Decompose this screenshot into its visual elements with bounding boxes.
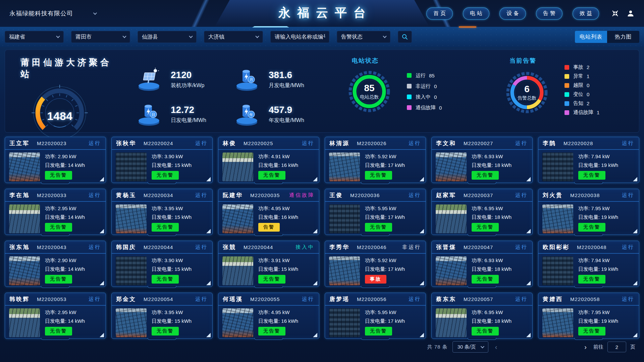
filter-bar: 福建省 莆田市 仙游县 大济镇 告警状态 电站列表 热力图 [0, 27, 644, 47]
county-select[interactable]: 仙游县 [138, 31, 197, 43]
station-card-body: 功率: 5.95 kW 日发电量: 17 kWh 无告警 [325, 202, 426, 233]
view-toggle-heatmap[interactable]: 热力图 [607, 31, 639, 43]
station-card[interactable]: 何瑶溪 M22020055 运行 功率: 4.95 kW 日发电量: 16 kW… [218, 293, 319, 339]
app-header: 永福绿能科技有限公司 永福云平台 首页 电站 设备 告警 效益 [0, 0, 644, 27]
station-daily-line: 日发电量: 16 kWh [258, 318, 298, 324]
town-select[interactable]: 大济镇 [204, 31, 263, 43]
corner-triangle-icon [100, 177, 104, 181]
legend-color-swatch [565, 92, 569, 97]
station-power-value: 4.95 kW [271, 309, 289, 315]
station-card[interactable]: 黄婧西 M22020058 运行 功率: 7.95 kW 日发电量: 19 kW… [538, 293, 639, 339]
page-number[interactable] [536, 346, 545, 348]
station-status-text: 运行 [622, 140, 635, 146]
chevron-down-icon [480, 345, 484, 348]
station-daily-line: 日发电量: 19 kWh [578, 266, 618, 273]
station-card[interactable]: 张晋煤 M22020047 运行 功率: 6.93 kW 日发电量: 18 kW… [431, 241, 533, 287]
realtime-power-gauge-block: 莆田仙游大济聚合站 1484 发电实时 kW [20, 55, 121, 129]
station-card-body: 功率: 3.90 kW 日发电量: 15 kWh 无告警 [112, 254, 212, 285]
nav-pill-label: 首页 [433, 10, 447, 16]
legend-item: 非运行 0 [407, 83, 442, 89]
station-power-value: 4.95 kW [271, 205, 289, 211]
station-status-text: 通信故障 [289, 192, 315, 198]
station-owner-name: 欧阳彬彬 [543, 243, 570, 251]
alarm-status-badge: 无告警 [578, 275, 605, 284]
alarm-status-badge: 无告警 [578, 327, 605, 336]
alarm-status-select[interactable]: 告警状态 [337, 31, 390, 43]
chevron-down-icon [56, 34, 60, 38]
legend-label: 接入中 [416, 94, 431, 100]
legend-item: 事故 2 [565, 64, 599, 70]
chevron-down-icon [255, 34, 259, 38]
station-card[interactable]: 张秋华 M22020024 运行 功率: 3.90 kW 日发电量: 15 kW… [111, 137, 213, 183]
station-card-body: 功率: 4.91 kW 日发电量: 16 kWh 无告警 [218, 150, 319, 181]
alarm-status-badge: 无告警 [472, 275, 499, 284]
goto-page-input[interactable] [607, 342, 626, 352]
station-power-value: 7.94 kW [591, 257, 609, 263]
station-card[interactable]: 李在旭 M22020033 运行 功率: 2.95 kW 日发电量: 14 kW… [5, 189, 106, 235]
station-power-value: 2.95 kW [58, 309, 76, 315]
stat-year-energy: 年 457.9 年发电量/MWh [232, 97, 330, 132]
legend-value: 0 [587, 82, 589, 88]
station-card[interactable]: 李秀华 M22020046 非运行 功率: 5.92 kW 日发电量: 17 k… [325, 241, 426, 287]
page-number[interactable] [557, 346, 567, 348]
page-size-select[interactable]: 30 条/页 [452, 341, 488, 353]
station-owner-name: 唐梦瑶 [329, 295, 350, 303]
collapse-fullscreen-icon[interactable] [611, 9, 619, 17]
page-number[interactable] [568, 346, 578, 348]
prev-page-button[interactable]: ‹ [493, 344, 499, 350]
page-number[interactable] [547, 346, 556, 348]
province-select[interactable]: 福建省 [5, 31, 64, 43]
station-card[interactable]: 韩国庆 M22020044 运行 功率: 3.90 kW 日发电量: 15 kW… [111, 241, 213, 287]
nav-pill-label: 效益 [580, 10, 594, 16]
station-card-body: 功率: 7.94 kW 日发电量: 19 kWh 无告警 [538, 254, 639, 285]
view-toggle-list[interactable]: 电站列表 [575, 31, 607, 43]
corner-triangle-icon [206, 229, 211, 233]
station-card[interactable]: 韩映辉 M22020053 运行 功率: 2.95 kW 日发电量: 14 kW… [5, 293, 106, 339]
nav-pill[interactable]: 首页 [426, 7, 453, 20]
legend-label: 告知 [573, 100, 583, 107]
station-card[interactable]: 欧阳彬彬 M22020048 运行 功率: 7.94 kW 日发电量: 19 k… [538, 241, 639, 287]
station-status-text: 运行 [409, 140, 421, 146]
station-card[interactable]: 李鹊 M22020028 运行 功率: 7.94 kW 日发电量: 19 kWh… [538, 137, 639, 183]
legend-label: 异常 [573, 73, 583, 79]
alarm-status-badge: 无告警 [365, 327, 392, 336]
nav-pill[interactable]: 效益 [573, 7, 599, 20]
station-card[interactable]: 李文和 M22020027 运行 功率: 6.93 kW 日发电量: 18 kW… [431, 137, 533, 183]
page-number[interactable] [515, 346, 524, 348]
nav-pill[interactable]: 设备 [499, 7, 526, 20]
station-card[interactable]: 张競 M22020044 接入中 功率: 3.91 kW 日发电量: 15 kW… [218, 241, 319, 287]
station-photo [436, 256, 467, 285]
legend-value: 0 [434, 83, 437, 89]
page-number[interactable] [504, 346, 513, 348]
station-card[interactable]: 黄杨玉 M22020034 运行 功率: 3.95 kW 日发电量: 15 kW… [111, 189, 213, 235]
station-card[interactable]: 赵家军 M22020037 运行 功率: 6.95 kW 日发电量: 18 kW… [431, 189, 533, 235]
page-number[interactable] [525, 346, 535, 348]
alarm-status-badge: 无告警 [472, 171, 499, 180]
station-card[interactable]: 阮建华 M22020035 通信故障 功率: 4.95 kW 日发电量: 16 … [218, 189, 319, 235]
corner-triangle-icon [100, 281, 104, 285]
legend-color-swatch [407, 73, 412, 78]
station-card[interactable]: 王立军 M22020023 运行 功率: 2.90 kW 日发电量: 14 kW… [5, 137, 106, 183]
station-card-body: 功率: 7.94 kW 日发电量: 19 kWh 无告警 [538, 150, 639, 181]
nav-pill[interactable]: 告警 [536, 7, 562, 20]
station-card[interactable]: 林俊 M22020025 运行 功率: 4.91 kW 日发电量: 16 kWh… [218, 137, 319, 183]
station-card[interactable]: 郑金文 M22020054 运行 功率: 3.95 kW 日发电量: 15 kW… [111, 293, 213, 339]
search-button[interactable] [398, 31, 412, 43]
user-icon[interactable] [627, 9, 635, 17]
station-photo [222, 256, 253, 285]
company-select[interactable]: 永福绿能科技有限公司 [9, 9, 96, 17]
next-page-button[interactable]: › [582, 344, 589, 350]
station-card[interactable]: 刘火贵 M22020038 运行 功率: 7.95 kW 日发电量: 19 kW… [538, 189, 639, 235]
alarm-total-value: 6 [524, 84, 530, 95]
station-card[interactable]: 唐梦瑶 M22020056 运行 功率: 5.95 kW 日发电量: 17 kW… [325, 293, 426, 339]
station-code: M22020044 [244, 244, 273, 250]
station-card[interactable]: 林清源 M22020026 运行 功率: 5.92 kW 日发电量: 17 kW… [325, 137, 426, 183]
nav-pill[interactable]: 电站 [463, 7, 489, 20]
station-card[interactable]: 张东旭 M22020043 运行 功率: 2.90 kW 日发电量: 14 kW… [5, 241, 106, 287]
station-search-input[interactable] [275, 34, 325, 40]
main-nav: 首页 电站 设备 告警 效益 [426, 7, 599, 20]
station-card[interactable]: 王俊 M22020036 运行 功率: 5.95 kW 日发电量: 17 kWh… [325, 189, 426, 235]
legend-value: 1 [587, 73, 589, 79]
station-card[interactable]: 蔡东东 M22020057 运行 功率: 6.95 kW 日发电量: 18 kW… [431, 293, 533, 339]
city-select[interactable]: 莆田市 [71, 31, 130, 43]
